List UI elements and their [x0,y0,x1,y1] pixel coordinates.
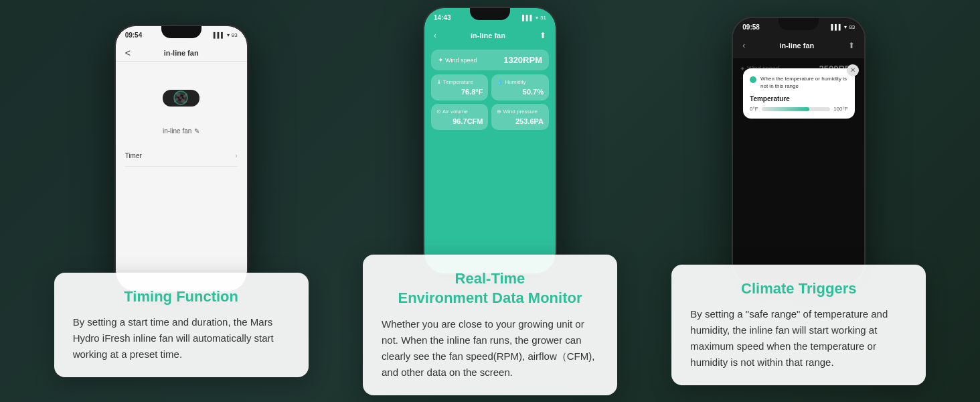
timing-card-title: Timing Function [73,287,290,307]
climate-card-body: By setting a "safe range" of temperature… [690,306,907,371]
col-timing: 09:54 ▌▌▌ ▾ 83 < in-line fan [48,25,315,378]
signal-icon: ▌▌▌ [214,32,225,38]
timer-label: Timer [125,152,142,159]
wifi-icon: ▾ [844,24,847,30]
fan-spin-icon: ✦ [438,56,443,64]
phone2-back-button[interactable]: ‹ [434,31,436,40]
arrow-icon: › [235,152,237,159]
phone2-time: 14:43 [434,14,451,21]
phone-1: 09:54 ▌▌▌ ▾ 83 < in-line fan [114,25,248,293]
phone3-back-button[interactable]: ‹ [742,41,745,50]
phone-3: 09:58 ▌▌▌ ▾ 83 ‹ in-line fan ⬆ [732,17,866,285]
phone3-header: ‹ in-line fan ⬆ [733,37,864,54]
popup-condition-text: When the temperature or humidity is not … [760,75,848,90]
battery-icon: 83 [232,32,238,38]
range-bar-fill [762,107,810,111]
phone1-status-bar: 09:54 ▌▌▌ ▾ 83 [116,26,247,45]
info-card-climate: Climate Triggers By setting a "safe rang… [671,265,926,386]
info-card-environment: Real-Time Environment Data Monitor Wheth… [363,255,617,395]
popup-section-title: Temperature [750,95,848,103]
range-bar-container: 0°F 100°F [750,106,848,112]
phone1-device-name: in-line fan ✎ [163,127,199,135]
temp-label: 🌡 Temperature [436,79,483,85]
phone3-title: in-line fan [779,42,814,50]
humidity-label: 💧 Humidity [497,79,544,85]
phone2-notch [470,8,510,20]
edit-icon[interactable]: ✎ [194,127,199,135]
main-container: 09:54 ▌▌▌ ▾ 83 < in-line fan [0,0,980,402]
signal-icon: ▌▌▌ [831,24,842,30]
popup-close-button[interactable]: ✕ [847,64,859,76]
signal-icon: ▌▌▌ [522,15,534,21]
humidity-icon: 💧 [497,79,503,85]
environment-card-title: Real-Time Environment Data Monitor [382,269,598,308]
battery-icon: 31 [540,15,546,21]
phone3-share-icon[interactable]: ⬆ [848,41,855,50]
air-volume-label: ⊙ Air volume [436,109,483,115]
fan-icon-container [158,75,205,122]
climate-card-title: Climate Triggers [690,279,907,299]
wind-pressure-card: ⊕ Wind pressure 253.6PA [491,104,549,130]
phone2-screen: 14:43 ▌▌▌ ▾ 31 ‹ in-line fan ⬆ [424,8,556,273]
humidity-value: 50.7% [497,88,544,96]
phone2-status-bar: 14:43 ▌▌▌ ▾ 31 [424,8,556,27]
wifi-icon: ▾ [227,32,230,38]
timer-menu-item[interactable]: Timer › [125,145,238,167]
phone1-time: 09:54 [125,31,143,39]
col-environment: 14:43 ▌▌▌ ▾ 31 ‹ in-line fan ⬆ [356,7,624,395]
wifi-icon: ▾ [536,15,538,21]
range-max-label: 100°F [833,106,847,112]
phone1-status-icons: ▌▌▌ ▾ 83 [214,32,238,38]
wind-speed-row: ✦ Wind speed 1320RPM [431,50,549,70]
col-climate: 09:58 ▌▌▌ ▾ 83 ‹ in-line fan ⬆ [665,17,932,386]
air-icon: ⊙ [436,109,441,115]
phone3-time: 09:58 [742,23,760,31]
data-grid: 🌡 Temperature 76.8°F 💧 Humidity 50.7% [431,74,549,130]
phone2-content: ✦ Wind speed 1320RPM 🌡 Temperature 76. [424,44,556,139]
temp-card: 🌡 Temperature 76.8°F [431,74,489,100]
range-min-label: 0°F [750,106,758,112]
popup-overlay: ✕ When the temperature or humidity is no… [733,58,864,283]
back-button[interactable]: < [125,48,131,58]
air-volume-card: ⊙ Air volume 96.7CFM [431,104,489,130]
humidity-card: 💧 Humidity 50.7% [491,74,549,100]
fan-device-icon [159,76,203,120]
wind-pressure-label: ⊕ Wind pressure [497,109,544,115]
phone1-notch [161,26,201,38]
environment-card-body: Whether you are close to your growing un… [382,316,598,381]
svg-point-3 [179,96,182,99]
phone2-title: in-line fan [471,31,505,40]
phone-2: 14:43 ▌▌▌ ▾ 31 ‹ in-line fan ⬆ [423,7,557,275]
popup-condition-row: When the temperature or humidity is not … [750,75,848,90]
temp-icon: 🌡 [436,79,442,85]
temp-value: 76.8°F [436,88,483,96]
timing-card-body: By setting a start time and duration, th… [73,314,290,362]
phone1-header: < in-line fan [116,45,247,62]
phone2-status-icons: ▌▌▌ ▾ 31 [522,15,546,21]
phone3-status-bar: 09:58 ▌▌▌ ▾ 83 [733,18,864,37]
phone3-content: ✦ Wind speed 2500RPM ✕ When the temperat… [733,54,864,88]
info-card-timing: Timing Function By setting a start time … [54,273,309,378]
popup-card: ✕ When the temperature or humidity is no… [743,68,855,119]
phone2-header: ‹ in-line fan ⬆ [424,27,556,44]
battery-icon: 83 [849,24,855,30]
pressure-icon: ⊕ [497,109,501,115]
phone1-screen: 09:54 ▌▌▌ ▾ 83 < in-line fan [116,26,247,291]
air-volume-value: 96.7CFM [436,117,483,125]
phone1-title: in-line fan [164,49,199,57]
phone3-notch [779,18,819,30]
range-bar [762,107,831,111]
wind-speed-label: ✦ Wind speed [438,56,477,64]
phone3-screen: 09:58 ▌▌▌ ▾ 83 ‹ in-line fan ⬆ [733,18,864,283]
wind-pressure-value: 253.6PA [497,117,544,125]
phone2-share-icon[interactable]: ⬆ [540,31,546,40]
popup-status-dot [750,76,756,83]
wind-speed-value: 1320RPM [503,55,542,65]
phone1-content: in-line fan ✎ Timer › [116,62,247,180]
phone3-status-icons: ▌▌▌ ▾ 83 [831,24,855,30]
